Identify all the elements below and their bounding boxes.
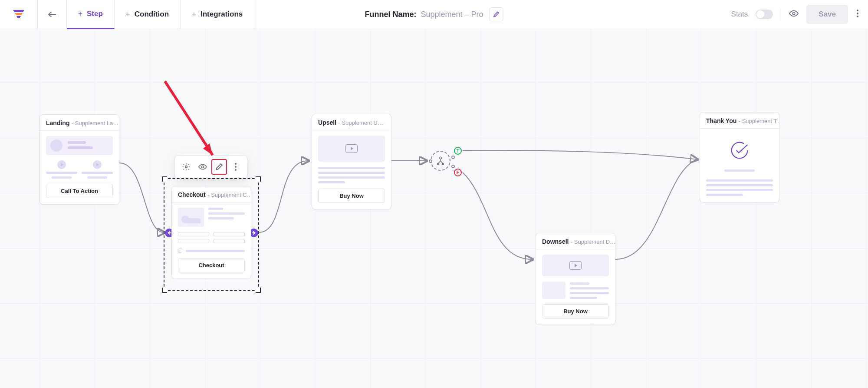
node-title: Thank You bbox=[706, 117, 736, 124]
node-subtitle: - Supplement D… bbox=[571, 239, 615, 245]
svg-point-7 bbox=[185, 166, 187, 168]
more-menu-button[interactable] bbox=[856, 7, 859, 22]
node-more-button[interactable] bbox=[228, 159, 243, 175]
tab-label: Integrations bbox=[201, 10, 243, 19]
node-title: Upsell bbox=[318, 119, 336, 126]
topbar: + Step + Condition + Integrations Funnel… bbox=[0, 0, 868, 29]
play-icon bbox=[345, 144, 358, 153]
svg-point-13 bbox=[437, 163, 439, 165]
condition-dot bbox=[451, 156, 455, 159]
funnel-name-group: Funnel Name: Supplement – Pro bbox=[365, 7, 503, 21]
tab-step[interactable]: + Step bbox=[67, 0, 115, 29]
plus-icon: + bbox=[78, 10, 82, 18]
svg-point-5 bbox=[857, 13, 858, 14]
header-right: Stats Save bbox=[731, 5, 868, 24]
node-subtitle: - Supplement U… bbox=[338, 119, 383, 126]
tab-label: Step bbox=[87, 10, 103, 18]
condition-dot bbox=[451, 165, 455, 168]
node-title: Landing bbox=[46, 119, 69, 126]
svg-point-10 bbox=[235, 166, 237, 168]
svg-marker-2 bbox=[16, 16, 21, 18]
svg-point-14 bbox=[442, 163, 444, 165]
node-subtitle: - Supplement La… bbox=[72, 120, 118, 126]
node-checkout[interactable]: Checkout - Supplement C… Checkout bbox=[171, 186, 251, 279]
connections bbox=[0, 29, 868, 388]
svg-point-12 bbox=[440, 157, 442, 159]
node-upsell[interactable]: Upsell - Supplement U… Buy Now bbox=[312, 114, 391, 209]
toolbar-tabs: + Step + Condition + Integrations bbox=[67, 0, 254, 29]
stats-label: Stats bbox=[731, 10, 748, 19]
node-cta: Checkout bbox=[178, 258, 245, 272]
svg-point-3 bbox=[793, 12, 796, 15]
node-header: Landing - Supplement La… bbox=[40, 115, 119, 131]
skeleton-video bbox=[318, 136, 385, 162]
node-header: Downsell - Supplement D… bbox=[536, 233, 615, 249]
checkbox-icon bbox=[178, 249, 182, 253]
plus-icon: + bbox=[192, 10, 196, 19]
annotation-arrow bbox=[161, 79, 230, 166]
node-condition[interactable] bbox=[431, 151, 450, 171]
node-header: Upsell - Supplement U… bbox=[312, 114, 391, 130]
condition-port-in[interactable] bbox=[429, 159, 432, 163]
node-cta: Call To Action bbox=[46, 184, 113, 198]
node-header: Thank You - Supplement T… bbox=[700, 113, 779, 129]
svg-line-15 bbox=[165, 81, 213, 155]
node-subtitle: - Supplement C… bbox=[207, 192, 251, 198]
play-icon bbox=[57, 160, 66, 169]
condition-port-true[interactable]: T bbox=[454, 147, 462, 155]
play-icon bbox=[93, 160, 102, 169]
condition-port-false[interactable]: F bbox=[454, 169, 462, 176]
node-header: Checkout - Supplement C… bbox=[172, 186, 251, 202]
plus-icon: + bbox=[126, 10, 130, 19]
skeleton-banner bbox=[46, 136, 113, 155]
stats-toggle[interactable] bbox=[756, 10, 773, 19]
node-settings-button[interactable] bbox=[178, 159, 194, 175]
skeleton-image bbox=[178, 208, 204, 227]
svg-point-9 bbox=[235, 163, 237, 165]
tab-condition[interactable]: + Condition bbox=[115, 0, 181, 29]
node-toolbar bbox=[174, 155, 247, 179]
node-title: Checkout bbox=[178, 191, 206, 198]
funnel-name-label: Funnel Name: bbox=[365, 10, 416, 19]
funnel-name-value: Supplement – Pro bbox=[421, 10, 483, 19]
play-icon bbox=[569, 261, 582, 270]
svg-marker-16 bbox=[203, 143, 213, 155]
node-downsell[interactable]: Downsell - Supplement D… Buy Now bbox=[536, 233, 615, 325]
tab-label: Condition bbox=[135, 10, 169, 19]
node-subtitle: - Supplement T… bbox=[739, 118, 779, 124]
skeleton-image bbox=[542, 282, 566, 299]
node-landing[interactable]: Landing - Supplement La… Call To Action bbox=[39, 114, 119, 205]
svg-point-11 bbox=[235, 169, 237, 171]
svg-marker-0 bbox=[13, 10, 24, 12]
preview-button[interactable] bbox=[789, 10, 799, 19]
divider bbox=[781, 8, 781, 20]
back-button[interactable] bbox=[38, 0, 67, 29]
node-cta: Buy Now bbox=[542, 304, 609, 318]
skeleton-video bbox=[542, 255, 609, 276]
svg-marker-1 bbox=[15, 13, 23, 15]
node-thankyou[interactable]: Thank You - Supplement T… bbox=[700, 112, 779, 202]
node-cta: Buy Now bbox=[318, 189, 385, 203]
node-edit-button[interactable] bbox=[211, 159, 227, 175]
svg-point-8 bbox=[202, 166, 204, 168]
edit-funnel-name-button[interactable] bbox=[490, 7, 503, 21]
svg-point-6 bbox=[857, 16, 858, 17]
save-button[interactable]: Save bbox=[806, 5, 848, 24]
tab-integrations[interactable]: + Integrations bbox=[181, 0, 254, 29]
node-preview-button[interactable] bbox=[195, 159, 210, 175]
checkmark-icon bbox=[706, 134, 773, 164]
save-label: Save bbox=[819, 10, 836, 18]
canvas[interactable]: Landing - Supplement La… Call To Action bbox=[0, 29, 868, 388]
node-title: Downsell bbox=[542, 238, 569, 245]
app-logo bbox=[0, 0, 38, 29]
svg-point-4 bbox=[857, 10, 858, 11]
